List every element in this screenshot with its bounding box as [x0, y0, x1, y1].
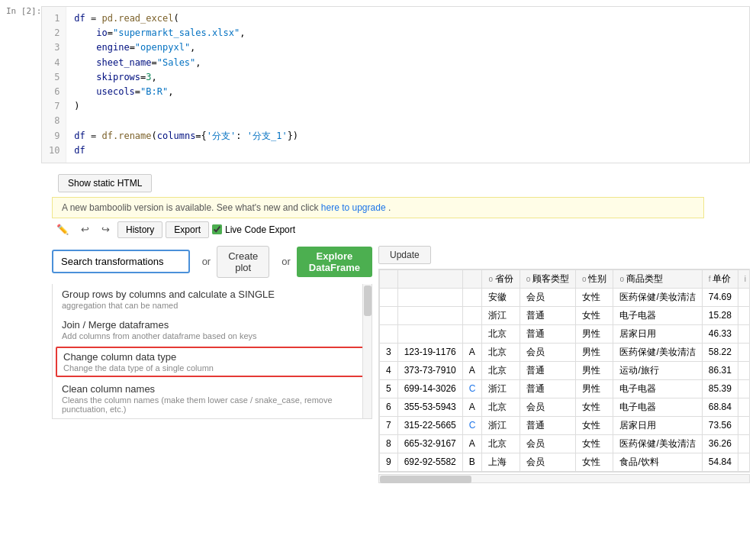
- td-idx: 5: [380, 379, 398, 398]
- td-province: 北京: [482, 434, 520, 453]
- td-more: [738, 434, 750, 453]
- redo-button[interactable]: ↪: [97, 221, 114, 237]
- td-customer: 普通: [520, 416, 575, 434]
- td-price: 58.22: [702, 343, 738, 361]
- td-province: 浙江: [482, 306, 520, 324]
- td-gender: 女性: [576, 306, 613, 324]
- table-row: 3 123-19-1176 A 北京 会员 男性 医药保健/美妆清洁 58.22: [380, 343, 751, 361]
- td-province: 北京: [482, 324, 520, 343]
- td-idx: [380, 288, 398, 306]
- update-button[interactable]: Update: [378, 246, 431, 264]
- td-phone: [397, 324, 462, 343]
- td-idx: 6: [380, 398, 398, 416]
- td-customer: 会员: [520, 343, 575, 361]
- create-plot-button[interactable]: Create plot: [217, 246, 269, 278]
- dropdown-list: Group rows by columns and calculate a SI…: [52, 284, 372, 419]
- td-gender: 女性: [576, 416, 613, 434]
- th-product: o 商品类型: [613, 269, 702, 288]
- left-panel: or Create plot or Explore DataFrame Grou…: [52, 246, 372, 419]
- dropdown-item-1-desc: aggregation that can be named: [62, 301, 362, 310]
- td-grade: A: [462, 343, 482, 361]
- cell-label: In [2]:: [6, 6, 41, 16]
- dropdown-item-change-column-type[interactable]: Change column data type Change the data …: [56, 347, 368, 377]
- td-customer: 普通: [520, 379, 575, 398]
- history-button[interactable]: History: [117, 221, 162, 238]
- td-gender: 女性: [576, 398, 613, 416]
- notification-text: A new bamboolib version is available. Se…: [62, 202, 318, 213]
- td-phone: 665-32-9167: [397, 434, 462, 453]
- td-phone: 355-53-5943: [397, 398, 462, 416]
- dropdown-item-3-desc: Change the data type of a single column: [63, 363, 361, 373]
- search-input[interactable]: [52, 250, 190, 273]
- export-button[interactable]: Export: [166, 221, 209, 238]
- explore-dataframe-button[interactable]: Explore DataFrame: [297, 247, 372, 277]
- td-phone: 699-14-3026: [397, 379, 462, 398]
- undo-button[interactable]: ↩: [76, 221, 94, 237]
- td-grade: C: [462, 379, 482, 398]
- dropdown-scrollbar[interactable]: [362, 284, 372, 418]
- td-price: 46.33: [702, 324, 738, 343]
- line-numbers: 12345 678910: [42, 7, 66, 163]
- td-more: [738, 306, 750, 324]
- dropdown-item-4-desc: Cleans the column names (make them lower…: [62, 395, 362, 414]
- data-table: o 省份 o 顾客类型 o 性别 o 商品类型 f 单价 i 安徽: [379, 269, 750, 472]
- td-phone: 692-92-5582: [397, 453, 462, 471]
- td-province: 浙江: [482, 379, 520, 398]
- td-grade: [462, 324, 482, 343]
- table-header-row: o 省份 o 顾客类型 o 性别 o 商品类型 f 单价 i: [380, 269, 751, 288]
- td-grade: [462, 306, 482, 324]
- td-price: 54.84: [702, 453, 738, 471]
- live-code-export-label[interactable]: Live Code Export: [212, 224, 295, 235]
- td-gender: 女性: [576, 288, 613, 306]
- td-phone: 373-73-7910: [397, 361, 462, 379]
- td-product: 运动/旅行: [613, 361, 702, 379]
- dropdown-scroll-thumb: [364, 286, 372, 316]
- td-product: 医药保健/美妆清洁: [613, 288, 702, 306]
- td-customer: 普通: [520, 324, 575, 343]
- table-wrapper[interactable]: o 省份 o 顾客类型 o 性别 o 商品类型 f 单价 i 安徽: [378, 269, 750, 473]
- th-phone: [397, 269, 462, 288]
- td-grade: A: [462, 434, 482, 453]
- td-idx: 9: [380, 453, 398, 471]
- td-product: 电子电器: [613, 306, 702, 324]
- td-customer: 会员: [520, 434, 575, 453]
- td-idx: 3: [380, 343, 398, 361]
- td-product: 医药保健/美妆清洁: [613, 343, 702, 361]
- td-price: 73.56: [702, 416, 738, 434]
- td-province: 北京: [482, 361, 520, 379]
- th-gender: o 性别: [576, 269, 613, 288]
- td-customer: 会员: [520, 288, 575, 306]
- td-grade: B: [462, 453, 482, 471]
- td-customer: 会员: [520, 453, 575, 471]
- td-gender: 男性: [576, 379, 613, 398]
- notification-bar: A new bamboolib version is available. Se…: [52, 197, 704, 218]
- td-more: [738, 398, 750, 416]
- td-phone: [397, 288, 462, 306]
- td-more: [738, 379, 750, 398]
- upgrade-link[interactable]: here to upgrade: [321, 202, 386, 213]
- dropdown-item-2-title: Join / Merge dataframes: [62, 319, 362, 331]
- table-row: 安徽 会员 女性 医药保健/美妆清洁 74.69: [380, 288, 751, 306]
- notification-suffix: .: [388, 202, 391, 213]
- td-gender: 女性: [576, 453, 613, 471]
- table-row: 5 699-14-3026 C 浙江 普通 男性 电子电器 85.39: [380, 379, 751, 398]
- td-idx: [380, 324, 398, 343]
- td-gender: 男性: [576, 324, 613, 343]
- dropdown-item-2-desc: Add columns from another dataframe based…: [62, 331, 362, 340]
- horizontal-scrollbar[interactable]: [378, 474, 750, 483]
- td-customer: 普通: [520, 361, 575, 379]
- dropdown-item-group-rows[interactable]: Group rows by columns and calculate a SI…: [53, 284, 372, 315]
- th-customer: o 顾客类型: [520, 269, 575, 288]
- dropdown-item-clean-column-names[interactable]: Clean column names Cleans the column nam…: [53, 379, 372, 418]
- dropdown-item-join-merge[interactable]: Join / Merge dataframes Add columns from…: [53, 315, 372, 345]
- td-idx: 8: [380, 434, 398, 453]
- or-text-1: or: [202, 256, 211, 267]
- code-content: df = pd.read_excel( io="supermarkt_sales…: [66, 7, 749, 163]
- td-product: 电子电器: [613, 379, 702, 398]
- show-static-html-button[interactable]: Show static HTML: [58, 174, 152, 192]
- live-code-checkbox[interactable]: [212, 224, 222, 234]
- td-grade: A: [462, 398, 482, 416]
- pencil-button[interactable]: ✏️: [52, 221, 73, 237]
- td-grade: C: [462, 416, 482, 434]
- th-more: i: [738, 269, 750, 288]
